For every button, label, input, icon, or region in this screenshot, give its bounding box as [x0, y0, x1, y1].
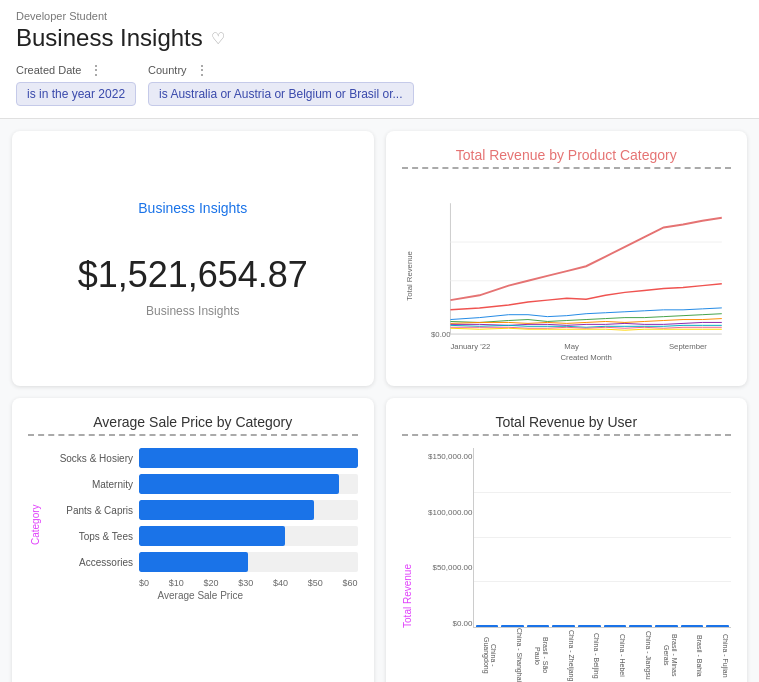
line-chart-title: Total Revenue by Product Category	[402, 147, 732, 163]
vbar-y-tick: $100,000.00	[413, 508, 473, 517]
country-filter-menu-icon[interactable]: ⋮	[195, 62, 209, 78]
vbar-bar	[706, 625, 729, 627]
hbar-row: Tops & Tees	[43, 526, 358, 546]
hbar-fill	[139, 448, 358, 468]
hbar-fill	[139, 500, 314, 520]
vbar-bar	[552, 625, 575, 627]
vbar-col	[655, 625, 678, 627]
hbar-row: Socks & Hosiery	[43, 448, 358, 468]
hbar-category-label: Maternity	[43, 479, 133, 490]
vbar-x-label: Brasil - Minas Gerais	[655, 628, 678, 682]
hbar-axis-tick: $60	[342, 578, 357, 588]
country-filter-chip[interactable]: is Australia or Austria or Belgium or Br…	[148, 82, 413, 106]
svg-text:$0.00: $0.00	[431, 330, 450, 339]
country-filter-label-row: Country ⋮	[148, 62, 413, 78]
hbar-axis-tick: $20	[203, 578, 218, 588]
gridline-2	[474, 537, 732, 538]
vbar-y-axis-title: Total Revenue	[402, 548, 413, 628]
hbar-track	[139, 474, 358, 494]
vbar-x-label: Brasil - Bahia	[681, 628, 704, 682]
vbar-x-label: Brasil - São Paulo	[526, 628, 549, 682]
line-chart-svg: Total Revenue $0.00 January '22 May	[402, 181, 732, 366]
vbar-bar	[578, 625, 601, 627]
hbar-axis-tick: $30	[238, 578, 253, 588]
date-filter-chip[interactable]: is in the year 2022	[16, 82, 136, 106]
vbar-x-labels: China - GuangdongChina - ShanghaiBrasil …	[473, 628, 732, 682]
hbar-track	[139, 448, 358, 468]
hbar-category-label: Tops & Tees	[43, 531, 133, 542]
country-filter-label: Country	[148, 64, 187, 76]
vbar-col	[706, 625, 729, 627]
hbar-fill	[139, 552, 248, 572]
hbar-row: Maternity	[43, 474, 358, 494]
hbar-row: Pants & Capris	[43, 500, 358, 520]
vbar-col	[552, 625, 575, 627]
date-filter-menu-icon[interactable]: ⋮	[89, 62, 103, 78]
vbar-col	[629, 625, 652, 627]
hbar-category-label: Socks & Hosiery	[43, 453, 133, 464]
big-number-card: Business Insights $1,521,654.87 Business…	[12, 131, 374, 386]
vbar-col	[681, 625, 704, 627]
svg-text:Created Month: Created Month	[560, 353, 611, 362]
svg-text:September: September	[668, 342, 706, 351]
vbar-chart-card: Total Revenue by User Total Revenue $150…	[386, 398, 748, 682]
vbar-bar	[629, 625, 652, 627]
svg-text:May: May	[564, 342, 579, 351]
vbar-col	[501, 625, 524, 627]
vbar-bar	[604, 625, 627, 627]
hbar-category-label: Pants & Capris	[43, 505, 133, 516]
hbar-chart-card: Average Sale Price by Category Category …	[12, 398, 374, 682]
vbar-bars	[473, 448, 732, 628]
vbar-x-label: China - Jiangsu	[629, 628, 652, 682]
big-number-subtitle: Business Insights	[146, 304, 239, 318]
vbar-x-label: China - Fujian	[706, 628, 729, 682]
svg-text:January '22: January '22	[450, 342, 490, 351]
hbar-x-axis-title: Average Sale Price	[43, 590, 358, 601]
vbar-bar	[476, 625, 499, 627]
hbar-track	[139, 552, 358, 572]
vbar-y-ticks: $150,000.00$100,000.00$50,000.00$0.00	[413, 448, 473, 682]
dev-label: Developer Student	[16, 10, 743, 22]
vbar-y-tick: $50,000.00	[413, 563, 473, 572]
filters-row: Created Date ⋮ is in the year 2022 Count…	[16, 62, 743, 106]
hbar-rows: Socks & Hosiery Maternity Pants & Capris…	[43, 448, 358, 572]
vbar-x-label: China - Hebei	[603, 628, 626, 682]
big-number-card-title: Business Insights	[138, 200, 247, 216]
hbar-chart-title: Average Sale Price by Category	[28, 414, 358, 430]
hbar-axis-tick: $10	[169, 578, 184, 588]
vbar-col	[527, 625, 550, 627]
top-bar: Developer Student Business Insights ♡ Cr…	[0, 0, 759, 119]
date-filter-label-row: Created Date ⋮	[16, 62, 136, 78]
gridline-3	[474, 581, 732, 582]
date-filter-label: Created Date	[16, 64, 81, 76]
hbar-axis: $0$10$20$30$40$50$60	[139, 578, 358, 588]
vbar-y-tick: $0.00	[413, 619, 473, 628]
page-title-row: Business Insights ♡	[16, 24, 743, 52]
gridline-1	[474, 492, 732, 493]
vbar-chart-title: Total Revenue by User	[402, 414, 732, 430]
vbar-y-tick: $150,000.00	[413, 452, 473, 461]
svg-text:Total Revenue: Total Revenue	[404, 251, 413, 301]
vbar-bar	[681, 625, 704, 627]
vbar-x-label: China - Zheijang	[552, 628, 575, 682]
hbar-axis-tick: $0	[139, 578, 149, 588]
country-filter-group: Country ⋮ is Australia or Austria or Bel…	[148, 62, 413, 106]
hbar-y-axis-title: Category	[28, 448, 43, 601]
hbar-track	[139, 500, 358, 520]
vbar-x-label: China - Shanghai	[500, 628, 523, 682]
vbar-bar	[527, 625, 550, 627]
page-title: Business Insights	[16, 24, 203, 52]
hbar-axis-tick: $50	[308, 578, 323, 588]
heart-icon[interactable]: ♡	[211, 29, 225, 48]
hbar-track	[139, 526, 358, 546]
vbar-bar	[655, 625, 678, 627]
line-chart-card: Total Revenue by Product Category Total …	[386, 131, 748, 386]
big-number-value: $1,521,654.87	[78, 254, 308, 296]
date-filter-group: Created Date ⋮ is in the year 2022	[16, 62, 136, 106]
hbar-axis-tick: $40	[273, 578, 288, 588]
hbar-row: Accessories	[43, 552, 358, 572]
hbar-fill	[139, 474, 339, 494]
hbar-category-label: Accessories	[43, 557, 133, 568]
vbar-col	[604, 625, 627, 627]
dashboard-grid: Business Insights $1,521,654.87 Business…	[0, 119, 759, 682]
